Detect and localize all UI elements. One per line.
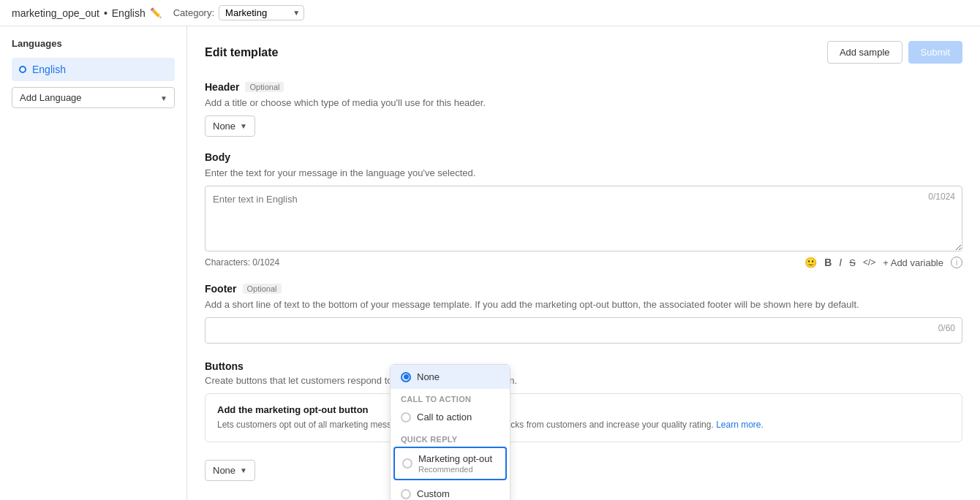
menu-item-custom[interactable]: Custom <box>391 482 510 500</box>
footer-optional-badge: Optional <box>243 284 282 294</box>
sidebar-lang-label: English <box>32 64 66 75</box>
buttons-dropdown-menu: None Call to action Call to action Quick… <box>390 364 510 500</box>
header-title-text: Header <box>205 81 239 93</box>
menu-optout-text-group: Marketing opt-out Recommended <box>418 453 492 474</box>
edit-icon[interactable]: ✏️ <box>150 7 162 18</box>
sidebar-heading: Languages <box>12 38 175 49</box>
sidebar-item-english[interactable]: English <box>12 58 175 81</box>
lang-dot-english <box>19 66 26 73</box>
header-optional-badge: Optional <box>245 82 284 92</box>
title-text: marketing_ope_out <box>12 7 99 19</box>
learn-more-link[interactable]: Learn more. <box>716 420 764 430</box>
menu-optout-sublabel: Recommended <box>418 465 492 474</box>
buttons-description: Create buttons that let customers respon… <box>205 375 962 386</box>
menu-cta-label: Call to action <box>417 412 472 423</box>
header-description: Add a title or choose which type of medi… <box>205 97 962 108</box>
menu-item-cta[interactable]: Call to action <box>391 405 510 429</box>
footer-section: Footer Optional Add a short line of text… <box>205 283 962 346</box>
header-dropdown-arrow: ▼ <box>240 122 247 130</box>
buttons-section: Buttons Create buttons that let customer… <box>205 360 962 481</box>
radio-cta <box>401 412 411 423</box>
menu-item-marketing-optout[interactable]: Marketing opt-out Recommended <box>393 447 507 480</box>
body-title-text: Body <box>205 151 230 163</box>
buttons-title: Buttons <box>205 360 962 372</box>
buttons-none-dropdown[interactable]: None ▼ <box>205 460 255 481</box>
radio-marketing-optout <box>402 458 412 469</box>
bold-icon[interactable]: B <box>824 257 832 268</box>
none-btn-arrow: ▼ <box>240 466 247 474</box>
header-section-title: Header Optional <box>205 81 962 93</box>
optout-title: Add the marketing opt-out button <box>217 404 950 415</box>
body-section: Body Enter the text for your message in … <box>205 151 962 268</box>
add-language-wrapper: Add Language Spanish French German ▼ <box>12 87 175 108</box>
body-toolbar: 🙂 B I S </> + Add variable i <box>804 257 962 268</box>
menu-section-cta: Call to action <box>391 389 510 405</box>
body-section-title: Body <box>205 151 962 163</box>
content-area: Edit template Add sample Submit Header O… <box>187 26 980 500</box>
title-language: English <box>112 7 146 19</box>
header-dropdown-value: None <box>213 121 235 132</box>
sidebar: Languages English Add Language Spanish F… <box>0 26 187 500</box>
italic-icon[interactable]: I <box>839 257 842 268</box>
add-sample-button[interactable]: Add sample <box>827 41 902 64</box>
footer-description: Add a short line of text to the bottom o… <box>205 299 962 310</box>
footer-section-title: Footer Optional <box>205 283 962 295</box>
body-description: Enter the text for your message in the l… <box>205 167 962 178</box>
body-textarea-wrapper: 0/1024 <box>205 186 962 254</box>
category-label: Category: <box>173 7 214 18</box>
header-section: Header Optional Add a title or choose wh… <box>205 81 962 137</box>
submit-button[interactable]: Submit <box>908 41 962 64</box>
radio-custom <box>401 489 411 499</box>
body-footer-toolbar: Characters: 0/1024 🙂 B I S </> + Add var… <box>205 257 962 268</box>
top-bar: marketing_ope_out • English ✏️ Category:… <box>0 0 980 26</box>
edit-template-header: Edit template Add sample Submit <box>205 41 962 64</box>
page-title: marketing_ope_out • English ✏️ <box>12 7 162 19</box>
optout-description: Lets customers opt out of all marketing … <box>217 418 950 431</box>
menu-item-none[interactable]: None <box>391 365 510 389</box>
body-char-count-overlay: 0/1024 <box>928 192 955 202</box>
body-textarea[interactable] <box>205 186 962 251</box>
menu-optout-label: Marketing opt-out <box>418 453 492 464</box>
menu-section-quick-reply: Quick reply <box>391 429 510 445</box>
add-language-select[interactable]: Add Language Spanish French German <box>12 87 175 108</box>
menu-custom-label: Custom <box>417 488 450 499</box>
title-separator: • <box>104 7 108 19</box>
footer-char-count: 0/60 <box>938 323 955 333</box>
category-select[interactable]: Marketing Utility Authentication <box>219 5 304 20</box>
code-icon[interactable]: </> <box>863 257 875 268</box>
radio-none <box>401 372 411 382</box>
info-icon[interactable]: i <box>951 257 962 268</box>
none-btn-label: None <box>213 465 235 476</box>
header-actions: Add sample Submit <box>827 41 962 64</box>
add-variable-button[interactable]: + Add variable <box>883 257 943 268</box>
emoji-icon[interactable]: 🙂 <box>804 257 817 268</box>
marketing-optout-box: Add the marketing opt-out button Lets cu… <box>205 393 962 442</box>
footer-title-text: Footer <box>205 283 237 295</box>
edit-template-title: Edit template <box>205 46 278 59</box>
header-type-dropdown[interactable]: None ▼ <box>205 115 255 137</box>
main-layout: Languages English Add Language Spanish F… <box>0 26 980 500</box>
body-chars-label: Characters: 0/1024 <box>205 257 279 268</box>
menu-none-label: None <box>417 371 440 382</box>
strikethrough-icon[interactable]: S <box>849 257 856 268</box>
footer-textarea-wrapper: 0/60 <box>205 317 962 346</box>
footer-textarea[interactable] <box>205 317 962 344</box>
